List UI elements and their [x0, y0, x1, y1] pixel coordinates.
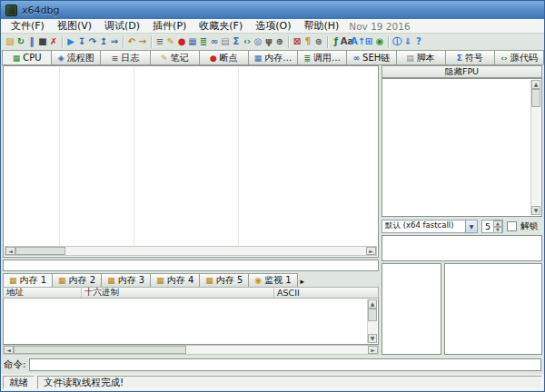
unlock-label: 解锁 — [520, 220, 538, 232]
dump-view[interactable]: ▲ ▼ — [3, 299, 379, 345]
scroll-up-button[interactable]: ▲ — [531, 80, 540, 89]
always-on-top-icon[interactable]: A↑ — [352, 34, 363, 49]
toolbar-separator — [288, 36, 289, 48]
scroll-track[interactable] — [65, 247, 366, 255]
scroll-up-button[interactable]: ▲ — [368, 299, 377, 309]
log-icon[interactable]: ≡ — [154, 34, 165, 49]
stepper-down-button[interactable]: ▼ — [493, 227, 502, 233]
menu-item-debug[interactable]: 调试(D) — [98, 19, 146, 33]
tab-script[interactable]: ▤ 脚本 — [396, 50, 446, 64]
tab-cpu[interactable]: ▦ CPU — [2, 50, 52, 64]
menu-item-favourites[interactable]: 收藏夹(F) — [193, 19, 249, 33]
breakpoints-icon[interactable]: ● — [176, 34, 187, 49]
comment-icon[interactable]: ¶ — [302, 34, 313, 49]
memory-map-icon[interactable]: ▦ — [187, 34, 198, 49]
disassembly-view[interactable]: ◄ ► — [3, 65, 379, 258]
scroll-thumb[interactable] — [15, 247, 65, 255]
argument-count-value: 5 — [482, 220, 493, 232]
cpu-window-icon[interactable]: ⊞ — [363, 34, 374, 49]
scroll-down-button[interactable]: ▼ — [368, 334, 377, 343]
hide-fpu-button[interactable]: 隐藏FPU — [382, 65, 542, 78]
run-icon[interactable]: ▶ — [65, 34, 76, 49]
tab-breakpoints[interactable]: ● 断点 — [199, 50, 249, 64]
help-icon[interactable]: ? — [413, 34, 424, 49]
dump-tab-4[interactable]: ▦ 内存 4 — [150, 273, 200, 287]
script-icon[interactable]: ▤ — [220, 34, 231, 49]
stop-icon[interactable]: ■ — [37, 34, 48, 49]
watch-tab-1[interactable]: ◉ 监视 1 — [248, 273, 297, 287]
menu-item-plugins[interactable]: 插件(P) — [146, 19, 193, 33]
registers-view[interactable]: ▲ ▼ — [382, 78, 542, 217]
seh-chain-icon[interactable]: ∞ — [209, 34, 220, 49]
unlock-checkbox[interactable] — [507, 221, 517, 231]
scroll-thumb[interactable] — [531, 89, 540, 107]
menu-item-file[interactable]: 文件(F) — [5, 19, 51, 33]
notes-icon[interactable]: ✎ — [165, 34, 176, 49]
script-tab-icon: ▤ — [406, 54, 414, 63]
menu-item-view[interactable]: 视图(V) — [51, 19, 98, 33]
arguments-view[interactable] — [382, 235, 542, 261]
back-icon[interactable]: ↶ — [126, 34, 137, 49]
breakpoints-tab-icon: ● — [210, 54, 217, 63]
scroll-track[interactable] — [186, 346, 368, 354]
execute-till-return-icon[interactable]: ↥ — [98, 34, 109, 49]
dump-tab-label: 内存 3 — [118, 274, 145, 287]
stepper-up-button[interactable]: ▲ — [493, 220, 502, 227]
tab-seh[interactable]: ∞ SEH链 — [346, 50, 396, 64]
threads-icon[interactable]: ψ — [263, 34, 274, 49]
pause-icon[interactable]: ‖ — [26, 34, 37, 49]
tab-call-stack[interactable]: ≣ 调用… — [297, 50, 347, 64]
handles-icon[interactable]: ⊕ — [274, 34, 285, 49]
references-icon[interactable]: ◎ — [253, 34, 263, 49]
calling-convention-select[interactable]: 默认 (x64 fastcall) ▼ — [382, 220, 478, 233]
dump-tab-5[interactable]: ▦ 内存 5 — [199, 273, 249, 287]
toolbar-separator — [62, 36, 63, 48]
scroll-track[interactable] — [531, 107, 540, 206]
run-to-user-code-icon[interactable]: ⇒ — [109, 34, 120, 49]
tab-notes[interactable]: ✎ 笔记 — [150, 50, 200, 64]
tab-memory-map[interactable]: ▦ 内存… — [248, 50, 298, 64]
close-icon[interactable]: ✗ — [48, 34, 59, 49]
step-over-icon[interactable]: ↷ — [87, 34, 98, 49]
tab-symbols[interactable]: Σ 符号 — [445, 50, 495, 64]
app-icon[interactable] — [5, 5, 17, 16]
argument-count-stepper[interactable]: 5 ▲ ▼ — [481, 220, 503, 233]
dump-tab-3[interactable]: ▦ 内存 3 — [101, 273, 151, 287]
scroll-right-button[interactable]: ► — [366, 247, 376, 255]
menu-item-help[interactable]: 帮助(H) — [297, 19, 345, 33]
tab-graph[interactable]: ◈ 流程图 — [51, 50, 101, 64]
command-input[interactable] — [29, 358, 541, 371]
scroll-thumb[interactable] — [14, 346, 186, 354]
settings-icon[interactable]: ⊛ — [313, 34, 324, 49]
titlebar[interactable]: x64dbg — [1, 1, 544, 19]
tab-source[interactable]: ‹› 源代码 — [494, 50, 544, 64]
scroll-thumb[interactable] — [368, 309, 377, 321]
tab-label: 流程图 — [67, 52, 94, 64]
stack-view[interactable] — [444, 263, 542, 355]
tab-log[interactable]: ≡ 日志 — [100, 50, 150, 64]
dump-tab-1[interactable]: ▦ 内存 1 — [3, 273, 53, 287]
scroll-track[interactable] — [368, 321, 377, 334]
scroll-right-button[interactable]: ► — [368, 346, 378, 354]
toolbar-separator — [123, 36, 124, 48]
forward-icon[interactable]: → — [137, 34, 148, 49]
scroll-left-button[interactable]: ◄ — [4, 346, 14, 354]
open-file-icon[interactable]: ▨ — [5, 34, 15, 49]
restart-icon[interactable]: ↻ — [15, 34, 26, 49]
scroll-down-button[interactable]: ▼ — [531, 206, 540, 215]
call-stack-icon[interactable]: ≣ — [198, 34, 209, 49]
patches-icon[interactable]: ⊠ — [292, 34, 302, 49]
tab-label: 源代码 — [510, 52, 538, 64]
stack-address-view[interactable] — [382, 263, 441, 355]
info-icon[interactable]: ⓘ — [391, 34, 402, 49]
attach-icon[interactable]: ◉ — [374, 34, 385, 49]
dump-tab-2[interactable]: ▦ 内存 2 — [52, 273, 102, 287]
dump-tab-overflow-button[interactable]: ▸ — [297, 275, 308, 287]
chevron-down-icon[interactable]: ▼ — [465, 220, 477, 232]
menu-item-options[interactable]: 选项(O) — [249, 19, 297, 33]
scroll-left-button[interactable]: ◄ — [5, 247, 15, 255]
step-into-icon[interactable]: ↧ — [76, 34, 87, 49]
symbols-icon[interactable]: Σ — [231, 34, 242, 49]
source-code-icon[interactable]: ‹› — [242, 34, 253, 49]
update-icon[interactable]: ⇓ — [402, 34, 413, 49]
